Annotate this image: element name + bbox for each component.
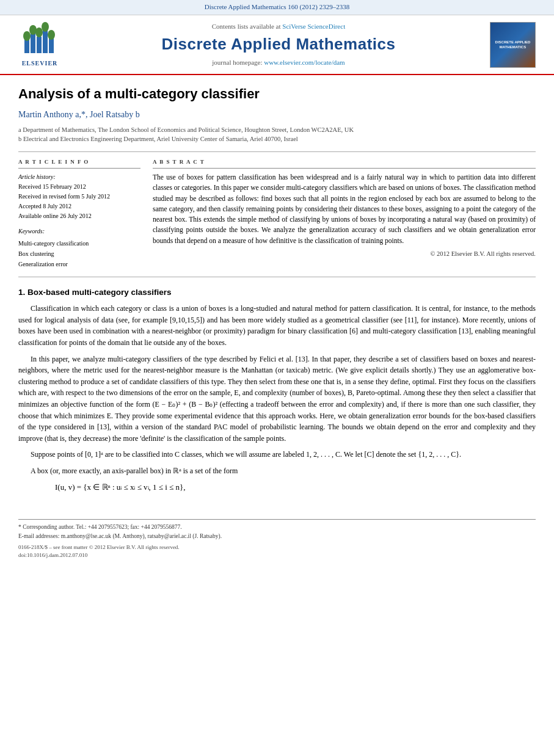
authors-line: Martin Anthony a,*, Joel Ratsaby b bbox=[18, 109, 536, 121]
authors-text: Martin Anthony a,*, Joel Ratsaby b bbox=[18, 110, 140, 119]
journal-title-area: Contents lists available at SciVerse Sci… bbox=[73, 22, 484, 68]
body-divider bbox=[18, 277, 536, 277]
journal-cover-container: DISCRETE APPLIED MATHEMATICS bbox=[490, 22, 542, 68]
license-text: 0166-218X/$ – see front matter © 2012 El… bbox=[18, 543, 536, 551]
sciverse-link[interactable]: SciVerse ScienceDirect bbox=[282, 23, 345, 30]
svg-rect-4 bbox=[49, 38, 54, 53]
page-footer: 0166-218X/$ – see front matter © 2012 El… bbox=[0, 540, 554, 562]
article-body: Analysis of a multi-category classifier … bbox=[0, 75, 554, 510]
svg-point-7 bbox=[35, 27, 43, 37]
doi-text: doi:10.1016/j.dam.2012.07.010 bbox=[18, 551, 536, 559]
keyword-2: Box clustering bbox=[18, 249, 140, 259]
svg-rect-3 bbox=[43, 31, 48, 53]
article-info-label: A R T I C L E I N F O bbox=[18, 158, 140, 169]
footnote-email: E-mail addresses: m.anthony@lse.ac.uk (M… bbox=[18, 532, 536, 540]
affiliation-b: b Electrical and Electronics Engineering… bbox=[18, 134, 536, 144]
elsevier-brand-text: ELSEVIER bbox=[22, 59, 58, 68]
affiliation-a: a Department of Mathematics, The London … bbox=[18, 125, 536, 135]
sciverse-line: Contents lists available at SciVerse Sci… bbox=[73, 22, 484, 32]
svg-point-9 bbox=[48, 30, 55, 40]
section1-para2: In this paper, we analyze multi-category… bbox=[18, 354, 536, 445]
elsevier-logo-container: ELSEVIER bbox=[12, 21, 67, 68]
article-info-col: A R T I C L E I N F O Article history: R… bbox=[18, 158, 140, 269]
svg-point-8 bbox=[42, 22, 49, 32]
footnote-star: * Corresponding author. Tel.: +44 207955… bbox=[18, 523, 536, 531]
cover-text: DISCRETE APPLIED MATHEMATICS bbox=[493, 40, 533, 50]
article-title: Analysis of a multi-category classifier bbox=[18, 84, 536, 104]
keyword-1: Multi-category classification bbox=[18, 238, 140, 249]
abstract-col: A B S T R A C T The use of boxes for pat… bbox=[153, 158, 536, 269]
keywords-section: Keywords: Multi-category classification … bbox=[18, 227, 140, 269]
journal-citation: Discrete Applied Mathematics 160 (2012) … bbox=[205, 3, 349, 10]
section-divider bbox=[18, 151, 536, 152]
homepage-link[interactable]: www.elsevier.com/locate/dam bbox=[264, 59, 344, 66]
section1-para4: A box (or, more exactly, an axis-paralle… bbox=[18, 465, 536, 477]
accepted-date: Accepted 8 July 2012 bbox=[18, 202, 140, 211]
footnotes: * Corresponding author. Tel.: +44 207955… bbox=[0, 523, 554, 540]
abstract-label: A B S T R A C T bbox=[153, 158, 536, 169]
revised-date: Received in revised form 5 July 2012 bbox=[18, 192, 140, 202]
journal-header: ELSEVIER Contents lists available at Sci… bbox=[0, 15, 554, 76]
affiliations: a Department of Mathematics, The London … bbox=[18, 125, 536, 145]
journal-cover-image: DISCRETE APPLIED MATHEMATICS bbox=[490, 22, 536, 68]
abstract-text: The use of boxes for pattern classificat… bbox=[153, 172, 536, 246]
section1-para1: Classification in which each category or… bbox=[18, 303, 536, 348]
journal-homepage: journal homepage: www.elsevier.com/locat… bbox=[73, 58, 484, 68]
elsevier-tree-icon bbox=[21, 21, 58, 58]
top-bar: Discrete Applied Mathematics 160 (2012) … bbox=[0, 0, 554, 15]
svg-point-5 bbox=[23, 31, 31, 41]
article-info-abstract: A R T I C L E I N F O Article history: R… bbox=[18, 158, 536, 269]
keyword-list: Multi-category classification Box cluste… bbox=[18, 238, 140, 269]
section1-heading: 1. Box-based multi-category classifiers bbox=[18, 286, 536, 299]
keywords-label: Keywords: bbox=[18, 227, 140, 236]
svg-rect-1 bbox=[31, 34, 35, 53]
page: Discrete Applied Mathematics 160 (2012) … bbox=[0, 0, 554, 756]
math-formula: I(u, v) = {x ∈ ℝⁿ : uᵢ ≤ xᵢ ≤ vᵢ, 1 ≤ i … bbox=[55, 482, 536, 493]
available-date: Available online 26 July 2012 bbox=[18, 211, 140, 221]
svg-rect-0 bbox=[24, 40, 29, 53]
footer-divider bbox=[18, 519, 536, 520]
copyright-notice: © 2012 Elsevier B.V. All rights reserved… bbox=[153, 249, 536, 258]
elsevier-logo: ELSEVIER bbox=[12, 21, 67, 68]
received-date: Received 15 February 2012 bbox=[18, 182, 140, 192]
article-history: Article history: Received 15 February 20… bbox=[18, 172, 140, 221]
keyword-3: Generalization error bbox=[18, 259, 140, 269]
svg-rect-2 bbox=[37, 37, 42, 53]
section1-para3: Suppose points of [0, 1]ⁿ are to be clas… bbox=[18, 449, 536, 460]
history-label: Article history: bbox=[18, 172, 140, 182]
journal-title: Discrete Applied Mathematics bbox=[73, 33, 484, 56]
